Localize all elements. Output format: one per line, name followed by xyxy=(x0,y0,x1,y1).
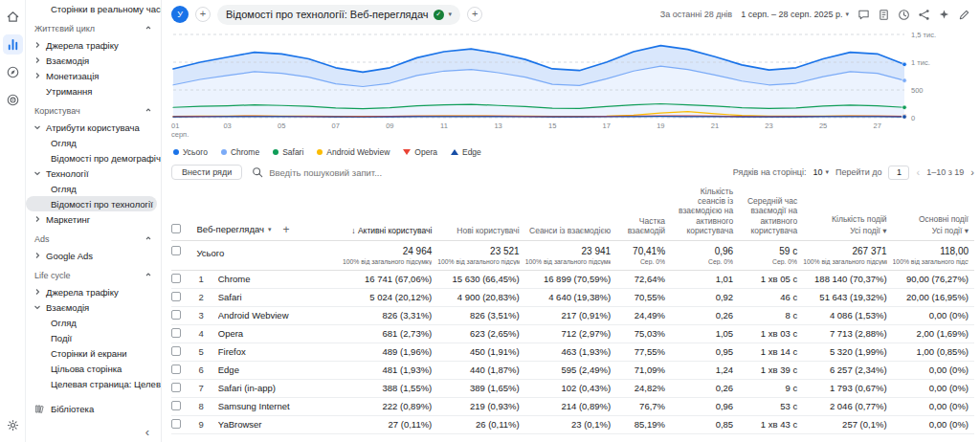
snapshot-clock-icon[interactable] xyxy=(898,9,910,21)
legend-item[interactable]: Усього xyxy=(173,147,208,157)
row-checkbox[interactable] xyxy=(171,346,181,356)
collapse-sidebar-button[interactable]: ‹ xyxy=(145,426,149,438)
goto-page-input[interactable]: 1 xyxy=(888,166,909,180)
sidebar-section-header[interactable]: Ads xyxy=(26,231,161,248)
totals-value: 70,41%Сер. 0% xyxy=(616,240,671,270)
row-value: 2 046 (0,77%) xyxy=(803,397,892,415)
sidebar-item[interactable]: Огляд xyxy=(26,135,161,150)
row-checkbox[interactable] xyxy=(171,365,181,374)
sidebar-item[interactable]: Джерела трафіку xyxy=(26,37,161,53)
next-page-button[interactable]: › xyxy=(970,166,974,178)
sidebar-item[interactable]: Цільова сторінка xyxy=(26,361,161,376)
sidebar-item[interactable]: Взаємодія xyxy=(26,53,161,68)
column-header[interactable]: ↓ Активні користувачі xyxy=(341,185,438,240)
row-checkbox[interactable] xyxy=(171,246,181,255)
sidebar-item[interactable]: Взаємодія xyxy=(26,299,161,315)
all-users-segment-chip[interactable]: У xyxy=(171,6,189,23)
select-all-checkbox[interactable] xyxy=(171,224,181,233)
chevron-up-icon xyxy=(145,234,152,244)
sidebar-item[interactable]: Целевая страница: Целев... xyxy=(26,376,161,391)
sidebar-item[interactable]: Огляд xyxy=(26,181,161,196)
row-value: 826 (3,51%) xyxy=(437,306,524,324)
sidebar-item[interactable]: Відомості про технології xyxy=(26,196,157,211)
prev-page-button[interactable]: ‹ xyxy=(916,166,920,178)
sidebar-item[interactable]: Маркетинг xyxy=(26,211,161,227)
main-content: У + Відомості про технології: Веб-перегл… xyxy=(162,0,980,442)
column-header[interactable]: Сеанси із взаємодією xyxy=(525,185,616,240)
dimension-dropdown[interactable]: Веб-переглядач ▾ xyxy=(196,224,271,234)
insights-icon[interactable] xyxy=(938,9,950,21)
add-report-button[interactable]: + xyxy=(467,7,482,22)
row-checkbox[interactable] xyxy=(171,310,181,320)
sidebar-section-header[interactable]: Життєвий цикл xyxy=(26,20,161,37)
column-header[interactable]: Кількість подійУсі події ▾ xyxy=(803,185,892,240)
table-row[interactable]: 9YaBrowser27 (0,11%)26 (0,11%)23 (0,1%)8… xyxy=(171,415,974,433)
table-row[interactable]: 5Firefox489 (1,96%)450 (1,91%)463 (1,93%… xyxy=(171,343,974,361)
svg-text:01: 01 xyxy=(171,122,179,130)
sidebar-item[interactable]: Утримання xyxy=(26,83,161,99)
add-dimension-button[interactable]: + xyxy=(283,224,290,235)
column-header[interactable]: Середній час взаємодії на активного кори… xyxy=(739,185,803,240)
table-row[interactable]: 7Safari (in-app)388 (1,55%)389 (1,65%)10… xyxy=(171,379,974,397)
share-icon[interactable] xyxy=(918,9,930,21)
sidebar-section-header[interactable]: Користувач xyxy=(26,102,161,120)
column-header[interactable]: Частка взаємодій xyxy=(616,185,671,240)
search-input[interactable] xyxy=(269,167,460,178)
comment-icon[interactable] xyxy=(858,9,870,21)
sidebar-section-label: Користувач xyxy=(34,106,80,116)
sidebar-item[interactable]: Відомості про демографіч... xyxy=(26,150,161,166)
sidebar-item[interactable]: Сторінки й екрани xyxy=(26,345,161,361)
table-row[interactable]: 6Edge481 (1,93%)440 (1,87%)595 (2,49%)71… xyxy=(171,361,974,379)
sidebar-item[interactable]: Огляд xyxy=(26,315,161,330)
table-row[interactable]: 4Opera681 (2,73%)623 (2,65%)712 (2,97%)7… xyxy=(171,324,974,343)
explore-icon[interactable] xyxy=(3,62,23,82)
sidebar-item[interactable]: Google Ads xyxy=(26,248,161,263)
table-row[interactable]: 3Android Webview826 (3,31%)826 (3,51%)21… xyxy=(171,306,974,324)
add-comparison-button[interactable]: + xyxy=(195,7,211,22)
sidebar-item-realtime-pages[interactable]: Сторінки в реальному часі xyxy=(26,1,161,16)
sidebar-section-label: Ads xyxy=(34,234,50,244)
sidebar-section-header[interactable]: Life cycle xyxy=(26,267,161,284)
sidebar-item-library[interactable]: Бібліотека xyxy=(26,399,161,418)
table-row[interactable]: 8Samsung Internet222 (0,89%)219 (0,93%)2… xyxy=(171,397,974,415)
column-header[interactable]: Нові користувачі xyxy=(437,185,524,240)
column-header[interactable]: Кількість сеансів із взаємодією на актив… xyxy=(671,185,739,240)
legend-item[interactable]: Android Webview xyxy=(317,147,390,157)
sidebar-item[interactable]: Монетизація xyxy=(26,68,161,83)
row-checkbox[interactable] xyxy=(171,292,181,301)
notes-icon[interactable] xyxy=(878,9,890,21)
rows-per-page-select[interactable]: 10 ▾ xyxy=(813,167,830,177)
timeseries-chart[interactable]: 05001 тис.1,5 тис.01серп.030507091113151… xyxy=(171,30,974,143)
report-title-chip[interactable]: Відомості про технології: Веб-переглядач… xyxy=(217,5,460,25)
column-header[interactable]: Основні подіїУсі події ▾ xyxy=(893,185,974,240)
row-checkbox[interactable] xyxy=(171,419,181,429)
sidebar-item[interactable]: Джерела трафіку xyxy=(26,284,161,299)
sidebar-item-label: Взаємодія xyxy=(46,302,89,313)
plot-rows-button[interactable]: Внести ряди xyxy=(171,165,242,180)
legend-item[interactable]: Opera xyxy=(403,147,437,157)
chevron-up-icon xyxy=(145,106,152,116)
table-row[interactable]: 1Chrome16 741 (67,06%)15 630 (66,45%)16 … xyxy=(171,270,974,288)
row-checkbox[interactable] xyxy=(171,383,181,392)
legend-item[interactable]: Safari xyxy=(273,147,303,157)
settings-gear-icon[interactable] xyxy=(3,415,23,435)
reports-icon[interactable] xyxy=(3,34,23,55)
sidebar-item[interactable]: Події xyxy=(26,330,161,345)
advertising-icon[interactable] xyxy=(3,90,23,110)
row-value: 15 630 (66,45%) xyxy=(437,270,524,288)
sidebar-item[interactable]: Технології xyxy=(26,166,161,181)
row-number: 8 xyxy=(196,397,217,415)
edit-pencil-icon[interactable] xyxy=(958,9,970,21)
chevron-up-icon xyxy=(145,271,152,280)
row-checkbox[interactable] xyxy=(171,328,181,338)
legend-item[interactable]: Edge xyxy=(451,147,481,157)
row-value: 51 643 (19,32%) xyxy=(803,288,892,306)
date-range-picker[interactable]: 1 серп. – 28 серп. 2025 р. ▾ xyxy=(741,10,849,19)
sidebar-item-label: Відомості про технології xyxy=(51,199,153,210)
row-checkbox[interactable] xyxy=(171,401,181,410)
legend-item[interactable]: Chrome xyxy=(221,147,259,157)
table-row[interactable]: 2Safari5 024 (20,12%)4 900 (20,83%)4 640… xyxy=(171,288,974,306)
row-checkbox[interactable] xyxy=(171,274,181,283)
sidebar-item[interactable]: Атрибути користувача xyxy=(26,120,161,135)
home-icon[interactable] xyxy=(3,7,23,27)
